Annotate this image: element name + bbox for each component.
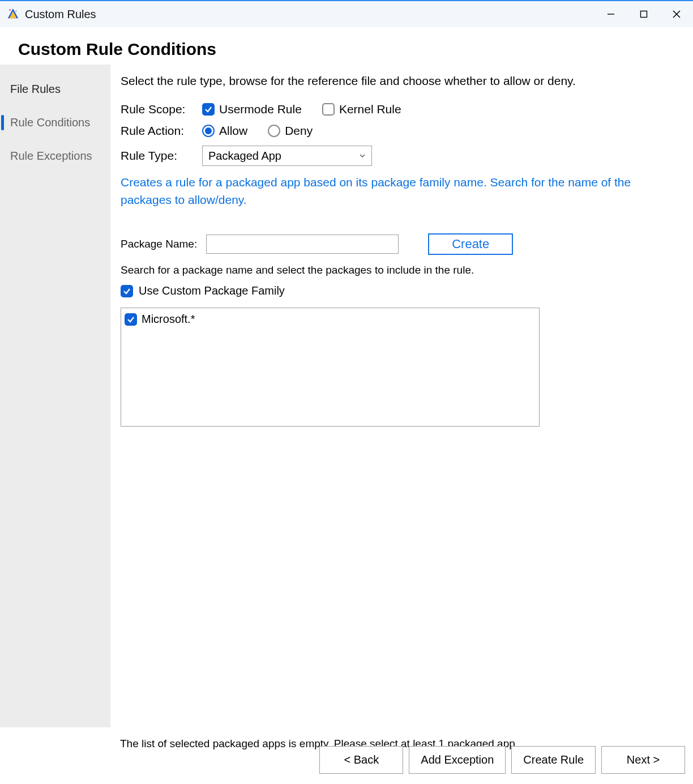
- rule-type-selected: Packaged App: [208, 150, 281, 163]
- chevron-down-icon: [359, 152, 366, 159]
- allow-radio[interactable]: [202, 125, 215, 137]
- content-area: Select the rule type, browse for the ref…: [110, 65, 693, 727]
- svg-rect-5: [641, 11, 647, 18]
- back-button[interactable]: < Back: [319, 746, 403, 774]
- intro-text: Select the rule type, browse for the ref…: [121, 73, 681, 89]
- package-name-input[interactable]: [206, 235, 399, 254]
- package-listbox[interactable]: Microsoft.*: [121, 308, 540, 427]
- allow-label: Allow: [219, 124, 247, 138]
- svg-point-2: [9, 9, 11, 11]
- maximize-button[interactable]: [627, 1, 660, 27]
- create-package-button[interactable]: Create: [428, 233, 513, 255]
- usermode-rule-label: Usermode Rule: [219, 103, 302, 116]
- use-custom-package-label: Use Custom Package Family: [139, 284, 285, 297]
- page-header: Custom Rule Conditions: [0, 27, 693, 65]
- rule-type-help: Creates a rule for a packaged app based …: [121, 174, 681, 208]
- sidebar-item-rule-conditions[interactable]: Rule Conditions: [0, 106, 110, 139]
- rule-type-select[interactable]: Packaged App: [202, 146, 372, 166]
- sidebar-item-file-rules[interactable]: File Rules: [0, 73, 110, 106]
- package-search-hint: Search for a package name and select the…: [121, 264, 681, 276]
- close-button[interactable]: [660, 1, 693, 27]
- create-rule-button[interactable]: Create Rule: [511, 746, 596, 774]
- list-item[interactable]: Microsoft.*: [125, 313, 536, 326]
- sidebar-item-rule-exceptions[interactable]: Rule Exceptions: [0, 139, 110, 173]
- deny-radio[interactable]: [268, 125, 280, 137]
- rule-scope-label: Rule Scope:: [121, 103, 194, 116]
- window-title: Custom Rules: [25, 8, 96, 21]
- kernel-rule-checkbox[interactable]: [322, 103, 335, 116]
- use-custom-package-checkbox[interactable]: [121, 285, 133, 297]
- list-item-checkbox[interactable]: [125, 313, 137, 326]
- app-icon: [7, 8, 19, 20]
- package-name-label: Package Name:: [121, 238, 197, 250]
- rule-action-label: Rule Action:: [121, 124, 194, 138]
- footer-buttons: < Back Add Exception Create Rule Next >: [0, 746, 693, 774]
- next-button[interactable]: Next >: [601, 746, 685, 774]
- rule-type-label: Rule Type:: [121, 149, 194, 163]
- list-item-label: Microsoft.*: [142, 313, 195, 326]
- add-exception-button[interactable]: Add Exception: [409, 746, 506, 774]
- title-bar: Custom Rules: [0, 0, 693, 27]
- svg-point-3: [15, 10, 16, 11]
- sidebar: File Rules Rule Conditions Rule Exceptio…: [0, 65, 110, 727]
- minimize-button[interactable]: [594, 1, 627, 27]
- deny-label: Deny: [285, 124, 313, 138]
- page-title: Custom Rule Conditions: [18, 40, 675, 59]
- kernel-rule-label: Kernel Rule: [339, 103, 401, 116]
- usermode-rule-checkbox[interactable]: [202, 103, 215, 116]
